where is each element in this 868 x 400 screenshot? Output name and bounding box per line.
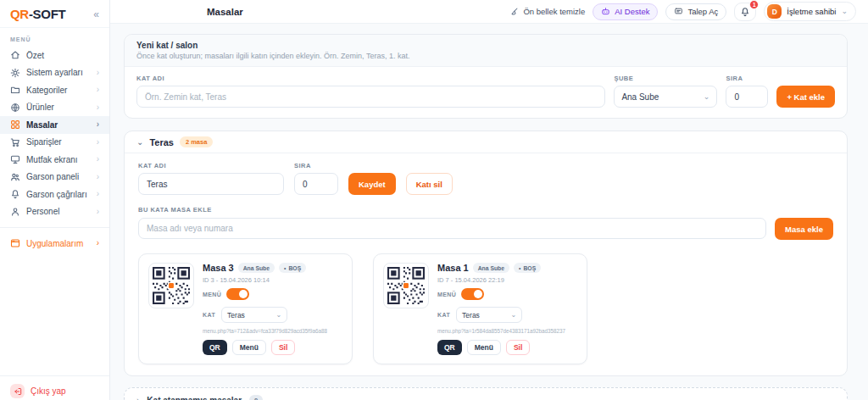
new-floor-subtitle: Önce kat oluşturun; masaları ilgili katı… (136, 52, 835, 60)
qr-code-image (383, 263, 429, 308)
floor-name-label: KAT ADI (136, 75, 605, 82)
floor-edit-order-label: SIRA (294, 162, 338, 169)
floor-card-body: KAT ADI SIRA Kaydet Katı sil BU KATA MAS… (125, 153, 847, 375)
sidebar-item-urunler[interactable]: Ürünler › (0, 99, 109, 117)
avatar: D (767, 4, 782, 19)
delete-floor-button[interactable]: Katı sil (406, 173, 453, 195)
sidebar-item-masalar[interactable]: Masalar › (0, 116, 109, 134)
floor-name: Teras (149, 137, 174, 147)
unassigned-count-badge: 0 (249, 395, 263, 400)
ai-support-button[interactable]: AI Destek (593, 3, 658, 20)
save-floor-button[interactable]: Kaydet (348, 173, 396, 195)
chevron-down-icon: ⌄ (275, 312, 281, 319)
page-title: Masalar (207, 7, 243, 17)
menu-button[interactable]: Menü (232, 340, 266, 355)
order-label: SIRA (726, 75, 768, 82)
floor-card-header[interactable]: ⌄ Teras 2 masa (125, 131, 847, 153)
app-logo: QR-SOFT (10, 7, 65, 21)
table-floor-select[interactable]: Teras ⌄ (221, 307, 287, 323)
content: Yeni kat / salon Önce kat oluşturun; mas… (110, 24, 868, 400)
chevron-right-icon: › (97, 120, 99, 129)
notification-badge: 1 (749, 0, 759, 9)
new-floor-title: Yeni kat / salon (136, 41, 835, 50)
sidebar-item-garson-cagrilari[interactable]: Garson çağrıları › (0, 186, 109, 203)
menu-button[interactable]: Menü (467, 340, 501, 355)
sidebar: QR-SOFT « MENÜ Özet Sistem ayarları › Ka… (0, 0, 110, 400)
logout-button[interactable]: Çıkış yap (10, 384, 99, 398)
table-name: Masa 1 (437, 263, 469, 273)
logout-icon (10, 384, 25, 398)
add-floor-button[interactable]: + Kat ekle (776, 86, 835, 108)
logout-section: Çıkış yap (0, 375, 109, 400)
table-floor-select[interactable]: Teras ⌄ (456, 307, 522, 323)
chevron-right-icon: › (136, 396, 139, 400)
floor-edit-order-input[interactable] (294, 173, 338, 195)
add-table-button[interactable]: Masa ekle (775, 218, 833, 240)
gear-icon (10, 68, 20, 78)
clear-cache-button[interactable]: Ön bellek temizle (509, 7, 585, 16)
table-name: Masa 3 (203, 263, 234, 273)
person-icon (10, 207, 20, 217)
branch-badge: Ana Sube (238, 263, 275, 273)
table-meta: ID 7 - 15.04.2026 22:19 (437, 276, 565, 284)
delete-table-button[interactable]: Sil (506, 340, 530, 355)
account-label: İşletme sahibi (787, 7, 836, 16)
unassigned-tables-accordion[interactable]: › Kat atanmamış masalar 0 (124, 387, 848, 400)
main-area: Masalar Ön bellek temizle AI Destek Tale… (110, 0, 868, 400)
qr-button[interactable]: QR (437, 340, 462, 355)
table-floor-label: KAT (203, 312, 215, 318)
open-request-button[interactable]: Talep Aç (665, 3, 726, 20)
sidebar-item-ozet[interactable]: Özet (0, 47, 109, 64)
status-badge: •BOŞ (279, 263, 306, 273)
sidebar-item-sistem-ayarlari[interactable]: Sistem ayarları › (0, 64, 109, 82)
chat-icon (674, 7, 683, 16)
notifications-button[interactable]: 1 (734, 3, 756, 21)
branch-select[interactable]: Ana Sube ⌄ (614, 86, 717, 108)
sidebar-item-siparisler[interactable]: Siparişler › (0, 134, 109, 152)
chevron-right-icon: › (97, 208, 99, 216)
delete-table-button[interactable]: Sil (271, 340, 295, 355)
unassigned-tables-label: Kat atanmamış masalar (147, 396, 242, 400)
grid-icon (10, 119, 20, 130)
chevron-right-icon: › (97, 190, 99, 198)
floor-count-badge: 2 masa (180, 136, 213, 147)
chevron-right-icon: › (97, 69, 99, 77)
order-input[interactable] (726, 86, 768, 108)
sidebar-item-personel[interactable]: Personel › (0, 203, 109, 221)
new-floor-form: KAT ADI ŞUBE Ana Sube ⌄ SIRA + Kat ekle (125, 67, 847, 118)
chevron-right-icon: › (97, 155, 99, 164)
chevron-down-icon: ⌄ (841, 8, 848, 15)
chevron-down-icon: ⌄ (136, 137, 143, 147)
add-table-label: BU KATA MASA EKLE (138, 206, 833, 214)
menu-toggle[interactable] (461, 288, 484, 300)
chevron-right-icon: › (97, 173, 99, 181)
folder-icon (10, 85, 20, 95)
bell-icon (740, 7, 750, 17)
floor-card: ⌄ Teras 2 masa KAT ADI SIRA Kaydet Katı … (124, 131, 848, 376)
menu-toggle[interactable] (226, 288, 249, 300)
sidebar-item-uygulamalarim[interactable]: Uygulamalarım › (0, 235, 109, 253)
apps-icon (10, 238, 20, 248)
table-floor-label: KAT (437, 312, 450, 318)
sidebar-divider (0, 227, 109, 228)
chevron-down-icon: ⌄ (510, 312, 516, 319)
add-table-input[interactable] (138, 218, 766, 239)
floor-name-input[interactable] (136, 86, 605, 108)
new-floor-card-header: Yeni kat / salon Önce kat oluşturun; mas… (125, 35, 847, 67)
chevron-right-icon: › (97, 103, 99, 112)
broom-icon (509, 7, 519, 16)
qr-button[interactable]: QR (203, 340, 227, 355)
qr-code-image (148, 263, 194, 308)
new-floor-card: Yeni kat / salon Önce kat oluşturun; mas… (124, 34, 848, 119)
logo-row: QR-SOFT « (0, 0, 109, 28)
top-header: Masalar Ön bellek temizle AI Destek Tale… (110, 0, 868, 24)
menu-toggle-label: MENÜ (203, 292, 221, 297)
account-menu[interactable]: D İşletme sahibi ⌄ (764, 2, 856, 21)
sidebar-item-garson-paneli[interactable]: Garson paneli › (0, 169, 109, 186)
cart-icon (10, 137, 20, 147)
sidebar-item-mutfak-ekrani[interactable]: Mutfak ekranı › (0, 151, 109, 169)
sidebar-collapse-icon[interactable]: « (93, 9, 99, 19)
floor-edit-name-input[interactable] (138, 173, 284, 195)
sidebar-item-kategoriler[interactable]: Kategoriler › (0, 81, 109, 99)
sidebar-section-label: MENÜ (0, 28, 109, 47)
